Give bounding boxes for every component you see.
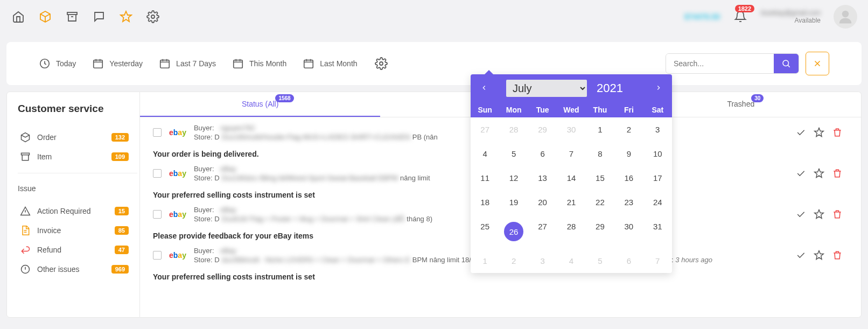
invoice-count-badge: 85 xyxy=(115,226,129,235)
filter-last-month[interactable]: Last Month xyxy=(303,58,357,69)
calendar-dow: Fri xyxy=(614,106,643,114)
calendar-day[interactable]: 18 xyxy=(471,190,499,214)
calendar-day[interactable]: 6 xyxy=(528,142,557,166)
message-checkbox[interactable] xyxy=(153,251,162,260)
box-icon[interactable] xyxy=(38,9,53,24)
calendar-day[interactable]: 31 xyxy=(643,214,672,249)
calendar-day[interactable]: 4 xyxy=(471,142,499,166)
trash-icon[interactable] xyxy=(832,209,843,220)
sidebar-item-item[interactable]: Item 109 xyxy=(18,147,137,166)
calendar-day[interactable]: 21 xyxy=(557,190,585,214)
calendar-day[interactable]: 28 xyxy=(557,214,585,249)
sidebar-item-refund[interactable]: Refund 47 xyxy=(18,240,137,260)
calendar-month-select[interactable]: July xyxy=(506,80,587,97)
action-count-badge: 15 xyxy=(115,207,129,215)
calendar-day[interactable]: 26 xyxy=(499,214,528,249)
calendar-day[interactable]: 20 xyxy=(528,190,557,214)
calendar-day[interactable]: 15 xyxy=(586,166,614,190)
sidebar-item-order[interactable]: Order 132 xyxy=(18,128,137,147)
filter-last7[interactable]: Last 7 Days xyxy=(159,58,216,69)
calendar-day[interactable]: 17 xyxy=(643,166,672,190)
message-checkbox[interactable] xyxy=(153,169,162,178)
trash-icon[interactable] xyxy=(832,250,843,261)
calendar-day[interactable]: 27 xyxy=(471,117,499,142)
calendar-day[interactable]: 22 xyxy=(586,190,614,214)
home-icon[interactable] xyxy=(11,9,26,24)
main: Customer service Order 132 Item 109 Issu… xyxy=(6,92,862,318)
calendar-day[interactable]: 7 xyxy=(643,249,672,273)
search-button[interactable] xyxy=(774,54,799,73)
calendar-day[interactable]: 14 xyxy=(557,166,585,190)
message-checkbox[interactable] xyxy=(153,210,162,219)
calendar-day[interactable]: 3 xyxy=(643,117,672,142)
calendar-day[interactable]: 5 xyxy=(586,249,614,273)
calendar-day[interactable]: 2 xyxy=(499,249,528,273)
star-icon[interactable] xyxy=(814,250,824,261)
calendar-day[interactable]: 4 xyxy=(557,249,585,273)
calendar-popup: July 2021 SunMonTueWedThuFriSat 27282930… xyxy=(471,74,672,273)
clear-button[interactable] xyxy=(806,52,829,75)
gear-icon[interactable] xyxy=(145,9,160,24)
calendar-day[interactable]: 12 xyxy=(499,166,528,190)
calendar-day[interactable]: 30 xyxy=(614,214,643,249)
chat-icon[interactable] xyxy=(92,9,107,24)
calendar-day[interactable]: 9 xyxy=(614,142,643,166)
calendar-day[interactable]: 16 xyxy=(614,166,643,190)
calendar-day[interactable]: 6 xyxy=(614,249,643,273)
calendar-prev[interactable] xyxy=(478,82,490,95)
notification-bell[interactable]: 1822 xyxy=(733,9,748,24)
sidebar-item-other[interactable]: Other issues 969 xyxy=(18,260,137,279)
tab-status[interactable]: Status (All)1568 xyxy=(140,92,380,117)
calendar-day[interactable]: 25 xyxy=(471,214,499,249)
message-checkbox[interactable] xyxy=(153,128,162,137)
filter-settings-icon[interactable] xyxy=(374,56,389,71)
calendar-day[interactable]: 11 xyxy=(471,166,499,190)
user-email: iluxebay@gmail.com xyxy=(761,9,821,17)
trash-icon[interactable] xyxy=(832,127,843,138)
star-icon[interactable] xyxy=(814,127,824,138)
check-icon[interactable] xyxy=(795,168,806,179)
calendar-day[interactable]: 13 xyxy=(528,166,557,190)
calendar-day[interactable]: 5 xyxy=(499,142,528,166)
sidebar-item-action[interactable]: Action Required 15 xyxy=(18,201,137,221)
calendar-day[interactable]: 28 xyxy=(499,117,528,142)
filter-yesterday[interactable]: Yesterday xyxy=(92,58,143,69)
archive-icon[interactable] xyxy=(65,9,80,24)
calendar-day[interactable]: 23 xyxy=(614,190,643,214)
calendar-dow-row: SunMonTueWedThuFriSat xyxy=(471,102,672,117)
topbar-left xyxy=(11,9,160,24)
sidebar-item-invoice[interactable]: Invoice 85 xyxy=(18,221,137,240)
calendar-day[interactable]: 24 xyxy=(643,190,672,214)
star-icon[interactable] xyxy=(118,9,134,24)
calendar-day[interactable]: 27 xyxy=(528,214,557,249)
calendar-day[interactable]: 19 xyxy=(499,190,528,214)
svg-point-8 xyxy=(380,62,383,65)
calendar-day[interactable]: 30 xyxy=(557,117,585,142)
avatar[interactable] xyxy=(834,5,857,29)
calendar-day[interactable]: 8 xyxy=(586,142,614,166)
user-info: iluxebay@gmail.com Available xyxy=(761,9,821,24)
star-icon[interactable] xyxy=(814,168,824,179)
check-icon[interactable] xyxy=(795,250,806,261)
status-count-badge: 1568 xyxy=(275,94,293,102)
trash-icon[interactable] xyxy=(832,168,843,179)
check-icon[interactable] xyxy=(795,209,806,220)
search-input[interactable] xyxy=(666,54,774,73)
calendar-dow: Thu xyxy=(586,106,614,114)
calendar-day[interactable]: 7 xyxy=(557,142,585,166)
calendar-day[interactable]: 2 xyxy=(614,117,643,142)
calendar-day[interactable]: 29 xyxy=(528,117,557,142)
check-icon[interactable] xyxy=(795,127,806,138)
calendar-day[interactable]: 1 xyxy=(586,117,614,142)
calendar-day[interactable]: 29 xyxy=(586,214,614,249)
trashed-count-badge: 30 xyxy=(751,94,764,102)
calendar-day[interactable]: 10 xyxy=(643,142,672,166)
svg-rect-7 xyxy=(304,60,313,68)
filter-this-month[interactable]: This Month xyxy=(232,58,286,69)
calendar-day[interactable]: 3 xyxy=(528,249,557,273)
calendar-day[interactable]: 1 xyxy=(471,249,499,273)
calendar-dow: Tue xyxy=(528,106,557,114)
star-icon[interactable] xyxy=(814,209,824,220)
calendar-next[interactable] xyxy=(653,82,664,95)
filter-today[interactable]: Today xyxy=(39,58,76,69)
